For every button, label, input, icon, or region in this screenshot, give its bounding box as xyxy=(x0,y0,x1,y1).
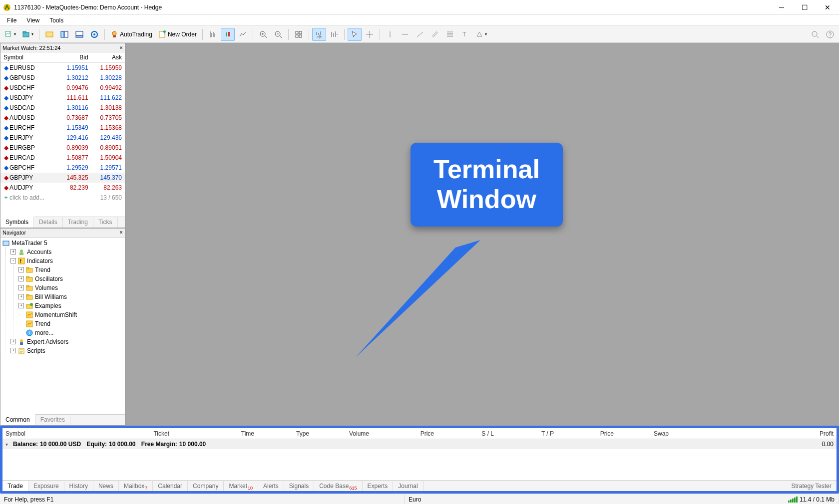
term-tab-alerts[interactable]: Alerts xyxy=(258,481,284,491)
term-tab-history[interactable]: History xyxy=(64,481,93,491)
mw-row-eurgbp[interactable]: ◆EURGBP0.890390.89051 xyxy=(0,143,125,153)
nav-item-trend[interactable]: +Trend xyxy=(18,265,123,274)
toolbar-profiles[interactable]: ▾ xyxy=(19,28,36,41)
nav-item-bill-williams[interactable]: +Bill Williams xyxy=(18,292,123,301)
term-col-time[interactable]: Time xyxy=(172,429,257,439)
nav-item-oscillators[interactable]: +Oscillators xyxy=(18,274,123,283)
term-tab-strategy-tester[interactable]: Strategy Tester xyxy=(787,481,837,491)
term-tab-market[interactable]: Market10 xyxy=(224,481,258,491)
maximize-button[interactable]: ☐ xyxy=(793,0,816,15)
toolbar-new-chart[interactable]: ▾ xyxy=(2,28,18,41)
mw-row-gbpusd[interactable]: ◆GBPUSD1.302121.30228 xyxy=(0,73,125,83)
nav-root[interactable]: MetaTrader 5 xyxy=(2,239,123,248)
nav-item-scripts[interactable]: +Scripts xyxy=(10,346,123,355)
mw-add-symbol[interactable]: click to add... xyxy=(9,194,44,201)
toolbar-text[interactable]: T xyxy=(458,28,472,41)
toolbar-tile-windows[interactable] xyxy=(292,28,306,41)
nav-item-more-[interactable]: more... xyxy=(18,328,123,337)
toolbar-bar-chart[interactable] xyxy=(206,28,220,41)
market-watch-close[interactable]: × xyxy=(119,45,123,51)
mw-col-symbol[interactable]: Symbol xyxy=(0,52,57,63)
toolbar-cursor[interactable] xyxy=(348,28,362,41)
term-col-volume[interactable]: Volume xyxy=(312,429,372,439)
toolbar-market-watch[interactable] xyxy=(42,28,56,41)
mw-tab-trading[interactable]: Trading xyxy=(63,217,93,228)
mw-tab-symbols[interactable]: Symbols xyxy=(0,217,34,228)
term-tab-journal[interactable]: Journal xyxy=(393,481,423,491)
toolbar-chart-shift[interactable] xyxy=(327,28,341,41)
expand-icon[interactable]: + xyxy=(18,276,24,281)
toolbar-terminal[interactable] xyxy=(72,28,86,41)
toolbar-zoom-in[interactable] xyxy=(256,28,270,41)
term-col-symbol[interactable]: Symbol xyxy=(2,429,82,439)
nav-item-examples[interactable]: +Examples xyxy=(18,301,123,310)
toolbar-autotrading[interactable]: AutoTrading xyxy=(108,28,155,41)
toolbar-help[interactable]: ? xyxy=(823,28,837,41)
nav-item-momentumshift[interactable]: MomentumShift xyxy=(18,310,123,319)
toolbar-objects[interactable]: ▾ xyxy=(473,28,489,41)
expand-icon[interactable]: + xyxy=(18,267,24,272)
toolbar-equidistant-channel[interactable] xyxy=(428,28,442,41)
term-col-tp[interactable]: T / P xyxy=(497,429,557,439)
mw-row-gbpchf[interactable]: ◆GBPCHF1.295291.29571 xyxy=(0,163,125,173)
term-col-type[interactable]: Type xyxy=(257,429,312,439)
navigator-close[interactable]: × xyxy=(119,230,123,236)
mw-row-eurcad[interactable]: ◆EURCAD1.508771.50904 xyxy=(0,153,125,163)
term-col-price[interactable]: Price xyxy=(557,429,617,439)
expand-icon[interactable]: + xyxy=(18,285,24,290)
menu-view[interactable]: View xyxy=(21,16,44,25)
mw-row-audjpy[interactable]: ◆AUDJPY82.23982.263 xyxy=(0,183,125,193)
menu-file[interactable]: File xyxy=(2,16,21,25)
nav-tab-common[interactable]: Common xyxy=(0,414,35,425)
toolbar-strategy-tester[interactable] xyxy=(87,28,101,41)
mw-row-eurchf[interactable]: ◆EURCHF1.153491.15368 xyxy=(0,123,125,133)
term-col-profit[interactable]: Profit xyxy=(672,429,837,439)
nav-item-accounts[interactable]: +Accounts xyxy=(10,248,123,256)
mw-tab-details[interactable]: Details xyxy=(34,217,63,228)
term-tab-signals[interactable]: Signals xyxy=(284,481,314,491)
expand-icon[interactable]: + xyxy=(18,303,24,308)
mw-row-eurusd[interactable]: ◆EURUSD1.159511.15959 xyxy=(0,63,125,73)
expand-icon[interactable]: + xyxy=(18,294,24,299)
toolbar-search[interactable] xyxy=(808,28,822,41)
menu-tools[interactable]: Tools xyxy=(44,16,68,25)
mw-row-usdcad[interactable]: ◆USDCAD1.301161.30138 xyxy=(0,103,125,113)
term-col-swap[interactable]: Swap xyxy=(617,429,672,439)
nav-item-indicators[interactable]: -fIndicators xyxy=(10,256,123,265)
mw-tab-ticks[interactable]: Ticks xyxy=(93,217,118,228)
mw-row-eurjpy[interactable]: ◆EURJPY129.416129.436 xyxy=(0,133,125,143)
term-tab-experts[interactable]: Experts xyxy=(363,481,394,491)
term-tab-news[interactable]: News xyxy=(93,481,119,491)
toolbar-vertical-line[interactable] xyxy=(383,28,397,41)
status-connection[interactable]: 11.4 / 0.1 Mb xyxy=(784,494,839,504)
term-tab-trade[interactable]: Trade xyxy=(2,481,28,491)
close-button[interactable]: ✕ xyxy=(816,0,839,15)
expand-icon[interactable]: ▾ xyxy=(5,442,8,447)
mw-col-ask[interactable]: Ask xyxy=(91,52,125,63)
term-tab-exposure[interactable]: Exposure xyxy=(28,481,64,491)
term-col-ticket[interactable]: Ticket xyxy=(82,429,172,439)
nav-item-expert-advisors[interactable]: +Expert Advisors xyxy=(10,337,123,346)
nav-tab-favorites[interactable]: Favorites xyxy=(35,415,70,425)
toolbar-fibonacci[interactable] xyxy=(443,28,457,41)
term-col-price[interactable]: Price xyxy=(372,429,437,439)
term-tab-mailbox[interactable]: Mailbox7 xyxy=(119,481,153,491)
toolbar-crosshair[interactable] xyxy=(363,28,377,41)
toolbar-horizontal-line[interactable] xyxy=(398,28,412,41)
expand-icon[interactable]: - xyxy=(10,258,16,263)
toolbar-new-order[interactable]: New Order xyxy=(156,28,199,41)
toolbar-zoom-out[interactable] xyxy=(271,28,285,41)
mw-row-gbpjpy[interactable]: ◆GBPJPY145.325145.370 xyxy=(0,173,125,183)
mw-col-bid[interactable]: Bid xyxy=(57,52,91,63)
term-tab-calendar[interactable]: Calendar xyxy=(153,481,188,491)
term-tab-company[interactable]: Company xyxy=(188,481,224,491)
toolbar-auto-scroll[interactable] xyxy=(312,28,326,41)
term-col-sl[interactable]: S / L xyxy=(437,429,497,439)
mw-row-audusd[interactable]: ◆AUDUSD0.736870.73705 xyxy=(0,113,125,123)
toolbar-candlesticks[interactable] xyxy=(221,28,235,41)
term-tab-code-base[interactable]: Code Base615 xyxy=(314,481,362,491)
expand-icon[interactable]: + xyxy=(10,348,16,353)
chart-area[interactable]: Terminal Window xyxy=(126,43,839,426)
mw-row-usdjpy[interactable]: ◆USDJPY111.611111.622 xyxy=(0,93,125,103)
minimize-button[interactable]: ─ xyxy=(770,0,793,15)
